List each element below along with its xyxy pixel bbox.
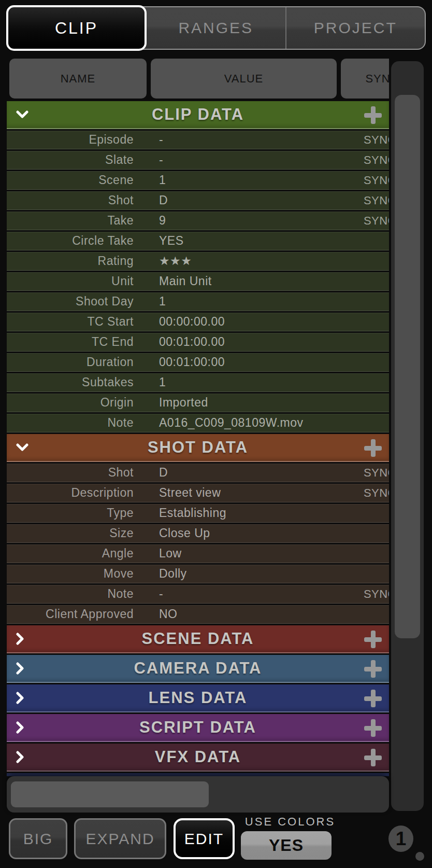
column-button-value[interactable]: VALUE bbox=[151, 59, 337, 99]
metadata-list: CLIP DATA Episode - SYNC Slate - SYNC Sc… bbox=[7, 101, 389, 776]
metadata-row[interactable]: Note - SYNC bbox=[7, 585, 389, 604]
field-value: NO bbox=[159, 605, 178, 623]
expand-button[interactable]: EXPAND bbox=[74, 818, 166, 859]
section-title: SCRIPT DATA bbox=[139, 718, 256, 737]
metadata-row[interactable]: Angle Low - bbox=[7, 544, 389, 563]
metadata-row[interactable]: Origin Imported - bbox=[7, 394, 389, 412]
scrollbar-thumb[interactable] bbox=[395, 95, 420, 638]
metadata-row[interactable]: TC Start 00:00:00.00 - bbox=[7, 313, 389, 331]
metadata-row[interactable]: Move Dolly - bbox=[7, 565, 389, 583]
field-sync-status: SYNC bbox=[364, 131, 389, 149]
section-header-scene-data[interactable]: SCENE DATA bbox=[7, 625, 389, 653]
field-sync-status: SYNC bbox=[364, 585, 389, 603]
use-colors-toggle[interactable]: YES bbox=[241, 831, 332, 860]
note-input[interactable] bbox=[11, 781, 209, 807]
metadata-row[interactable]: Shoot Day 1 - bbox=[7, 292, 389, 311]
field-name: Shoot Day bbox=[7, 292, 134, 311]
page-indicator-dot bbox=[415, 852, 424, 861]
field-value: - bbox=[159, 131, 163, 149]
field-name: TC Start bbox=[7, 313, 134, 331]
scrollbar-track[interactable] bbox=[391, 61, 424, 811]
metadata-row[interactable]: Size Close Up - bbox=[7, 524, 389, 543]
clip-metadata-panel: CLIP RANGES PROJECT NAME VALUE SYNC CLIP… bbox=[0, 0, 432, 868]
field-value: D bbox=[159, 191, 168, 209]
metadata-row[interactable]: Scene 1 SYNC bbox=[7, 171, 389, 190]
metadata-row[interactable]: Subtakes 1 - bbox=[7, 373, 389, 392]
edit-button[interactable]: EDIT bbox=[174, 818, 235, 859]
metadata-row[interactable]: Note A016_C009_08109W.mov - bbox=[7, 414, 389, 432]
metadata-row[interactable]: TC End 00:01:00.00 - bbox=[7, 333, 389, 352]
metadata-row[interactable]: Unit Main Unit - bbox=[7, 272, 389, 291]
field-value: Imported bbox=[159, 394, 208, 412]
field-sync-status: SYNC bbox=[364, 171, 389, 189]
field-name: Client Approved bbox=[7, 605, 134, 623]
metadata-row[interactable]: Description Street view SYNC bbox=[7, 484, 389, 502]
field-sync-status: SYNC bbox=[364, 151, 389, 169]
section-title: CAMERA DATA bbox=[134, 659, 262, 678]
add-field-icon[interactable] bbox=[364, 660, 382, 678]
add-field-icon[interactable] bbox=[364, 719, 382, 737]
metadata-row[interactable]: Circle Take YES - bbox=[7, 232, 389, 250]
metadata-row[interactable]: Shot D SYNC bbox=[7, 464, 389, 482]
add-field-icon[interactable] bbox=[364, 631, 382, 648]
section-header-vfx-data[interactable]: VFX DATA bbox=[7, 744, 389, 772]
tab-project[interactable]: PROJECT bbox=[285, 7, 425, 49]
section-title: LENS DATA bbox=[149, 689, 248, 707]
column-header-row: NAME VALUE SYNC bbox=[7, 59, 389, 99]
field-name: Note bbox=[7, 414, 134, 432]
field-value: 00:01:00.00 bbox=[159, 333, 225, 351]
chevron-right-icon bbox=[16, 714, 24, 741]
metadata-row[interactable]: Rating ★★★ - bbox=[7, 252, 389, 271]
metadata-row[interactable]: Slate - SYNC bbox=[7, 151, 389, 170]
add-field-icon[interactable] bbox=[364, 749, 382, 766]
field-value: 1 bbox=[159, 171, 166, 189]
field-name: Angle bbox=[7, 544, 134, 563]
tab-ranges[interactable]: RANGES bbox=[147, 7, 285, 49]
section-header-camera-data[interactable]: CAMERA DATA bbox=[7, 655, 389, 683]
field-name: Unit bbox=[7, 272, 134, 290]
section-header-shot-data[interactable]: SHOT DATA bbox=[7, 434, 389, 462]
field-name: Note bbox=[7, 585, 134, 603]
field-name: Slate bbox=[7, 151, 134, 169]
add-field-icon[interactable] bbox=[364, 106, 382, 124]
chevron-right-icon bbox=[16, 744, 24, 771]
field-name: Take bbox=[7, 212, 134, 230]
field-name: Shot bbox=[7, 464, 134, 482]
field-sync-status: SYNC bbox=[364, 191, 389, 209]
add-field-icon[interactable] bbox=[364, 690, 382, 707]
tab-bar: CLIP RANGES PROJECT bbox=[7, 6, 426, 50]
chevron-right-icon bbox=[16, 625, 24, 652]
section-header-lens-data[interactable]: LENS DATA bbox=[7, 684, 389, 712]
metadata-row[interactable]: Client Approved NO - bbox=[7, 605, 389, 624]
field-value: Main Unit bbox=[159, 272, 212, 290]
section-title: VFX DATA bbox=[155, 748, 241, 766]
section-header-script-data[interactable]: SCRIPT DATA bbox=[7, 714, 389, 742]
big-button[interactable]: BIG bbox=[9, 818, 67, 859]
field-name: Rating bbox=[7, 252, 134, 270]
add-field-icon[interactable] bbox=[364, 439, 382, 457]
field-value: ★★★ bbox=[159, 252, 192, 270]
page-indicator-badge[interactable]: 1 bbox=[388, 825, 413, 852]
bottom-panel bbox=[7, 776, 389, 813]
field-value: A016_C009_08109W.mov bbox=[159, 414, 304, 432]
use-colors-label: USE COLORS bbox=[228, 815, 352, 829]
metadata-row[interactable]: Type Establishing - bbox=[7, 504, 389, 523]
section-title: CLIP DATA bbox=[152, 105, 244, 124]
field-name: Move bbox=[7, 565, 134, 583]
field-value: D bbox=[159, 464, 168, 482]
field-sync-status: SYNC bbox=[364, 212, 389, 230]
metadata-row[interactable]: Duration 00:01:00:00 - bbox=[7, 353, 389, 372]
metadata-row[interactable]: Episode - SYNC bbox=[7, 131, 389, 149]
tab-clip[interactable]: CLIP bbox=[6, 5, 147, 51]
field-value: Dolly bbox=[159, 565, 187, 583]
field-value: YES bbox=[159, 232, 184, 250]
chevron-right-icon bbox=[16, 655, 24, 682]
metadata-row[interactable]: Shot D SYNC bbox=[7, 191, 389, 210]
field-name: Origin bbox=[7, 394, 134, 412]
metadata-row[interactable]: Take 9 SYNC bbox=[7, 212, 389, 230]
field-name: TC End bbox=[7, 333, 134, 351]
field-name: Description bbox=[7, 484, 134, 502]
section-header-clip-data[interactable]: CLIP DATA bbox=[7, 101, 389, 129]
column-button-sync[interactable]: SYNC bbox=[341, 59, 389, 99]
column-button-name[interactable]: NAME bbox=[9, 59, 147, 99]
